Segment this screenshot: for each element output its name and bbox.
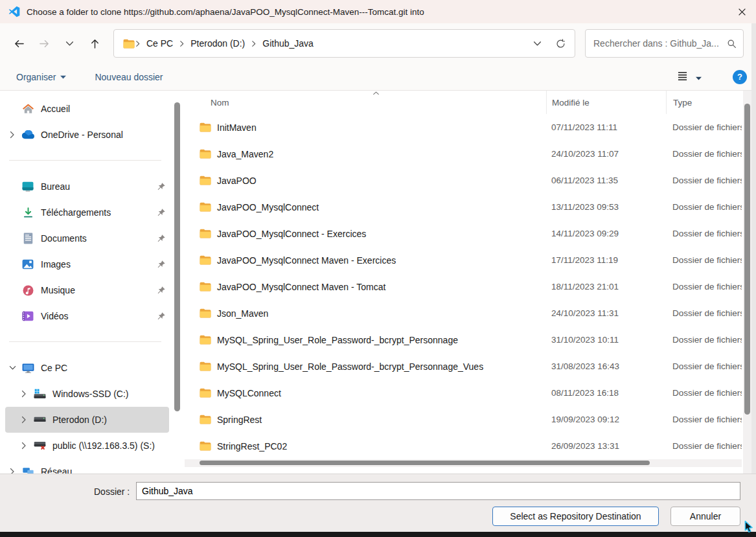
view-controls: ? xyxy=(677,70,747,84)
file-row-javapoo-mysqlconnect-maven-tomcat[interactable]: JavaPOO_MysqlConnect Maven - Tomcat 18/1… xyxy=(185,273,742,300)
search-input[interactable] xyxy=(593,38,727,49)
up-button[interactable] xyxy=(82,30,108,56)
breadcrumb-item-github-java[interactable]: Github_Java xyxy=(257,30,319,57)
sidebar-item-label: Réseau xyxy=(41,466,169,474)
folder-icon xyxy=(200,255,211,265)
mouse-cursor-icon xyxy=(744,520,753,534)
sidebar-item-pterodon-d[interactable]: Pterodon (D:) xyxy=(5,407,169,433)
pin-icon xyxy=(156,260,166,269)
view-caret-icon xyxy=(696,76,702,80)
help-button[interactable]: ? xyxy=(733,70,747,84)
pin-icon xyxy=(156,208,166,218)
chevron-right-icon[interactable] xyxy=(21,416,27,424)
drive-windows-icon xyxy=(34,389,46,400)
sort-ascending-icon xyxy=(372,91,380,95)
chevron-right-icon[interactable] xyxy=(21,390,27,398)
new-folder-button[interactable]: Nouveau dossier xyxy=(95,72,163,82)
organize-label: Organiser xyxy=(16,72,56,82)
file-row-javapoo-mysqlconnect-exercices[interactable]: JavaPOO_MysqlConnect - Exercices 14/11/2… xyxy=(185,220,742,247)
file-row-java-maven2[interactable]: Java_Maven2 24/10/2023 11:07Dossier de f… xyxy=(185,141,742,167)
address-dropdown-button[interactable] xyxy=(525,30,549,56)
select-repository-destination-button[interactable]: Select as Repository Destination xyxy=(492,507,659,526)
background-window-edge xyxy=(751,23,756,532)
breadcrumb-separator-icon xyxy=(179,40,184,47)
folder-icon xyxy=(200,415,211,424)
back-button[interactable] xyxy=(6,30,32,56)
file-row-mysql-spring-personnage[interactable]: MySQL_Spring_User_Role_Password-_bcrypt_… xyxy=(185,326,742,353)
file-row-javapoo-mysqlconnect[interactable]: JavaPOO_MysqlConnect 13/11/2023 09:53Dos… xyxy=(185,194,742,220)
sidebar-item-label: Téléchargements xyxy=(41,207,152,218)
address-dropdown-icon xyxy=(533,41,542,47)
breadcrumb-separator-icon xyxy=(251,40,256,47)
sidebar-item-onedrive[interactable]: OneDrive - Personal xyxy=(5,122,169,148)
file-row-springrest[interactable]: SpringRest 19/09/2023 09:12Dossier de fi… xyxy=(185,406,742,433)
sidebar-divider xyxy=(0,329,170,355)
file-row-json-maven[interactable]: Json_Maven 24/10/2023 11:31Dossier de fi… xyxy=(185,300,742,326)
home-icon xyxy=(22,104,34,115)
breadcrumb-item-pterodon[interactable]: Pterodon (D:) xyxy=(185,30,251,57)
sidebar-item-documents[interactable]: Documents xyxy=(5,225,169,251)
view-details-button[interactable] xyxy=(677,71,688,83)
recent-locations-button[interactable] xyxy=(57,30,82,56)
horizontal-scrollbar-thumb[interactable] xyxy=(200,461,650,465)
sidebar-item-bureau[interactable]: Bureau xyxy=(5,174,169,200)
breadcrumb-item-ce-pc[interactable]: Ce PC xyxy=(141,30,179,57)
sidebar-scrollbar[interactable] xyxy=(173,91,182,474)
chevron-down-icon[interactable] xyxy=(9,365,16,371)
chevron-right-icon[interactable] xyxy=(21,442,27,450)
onedrive-icon xyxy=(21,130,35,139)
column-header-nom[interactable]: Nom xyxy=(185,91,546,114)
forward-icon xyxy=(39,38,50,49)
sidebar-item-accueil[interactable]: Accueil xyxy=(5,96,169,122)
folder-icon xyxy=(200,388,211,398)
sidebar-divider xyxy=(0,148,170,174)
sidebar-item-videos[interactable]: Vidéos xyxy=(5,303,169,329)
sidebar-item-images[interactable]: Images xyxy=(5,251,169,277)
search-box[interactable] xyxy=(585,29,744,58)
chevron-right-icon[interactable] xyxy=(10,131,15,139)
vertical-scrollbar[interactable] xyxy=(743,91,751,474)
organize-button[interactable]: Organiser xyxy=(16,72,66,82)
file-row-javapoo[interactable]: JavaPOO 06/11/2023 11:35Dossier de fichi… xyxy=(185,167,742,194)
sidebar-item-telechargements[interactable]: Téléchargements xyxy=(5,200,169,225)
sidebar-item-label: Accueil xyxy=(41,104,169,114)
chevron-right-icon[interactable] xyxy=(10,468,15,474)
address-bar[interactable]: Ce PC Pterodon (D:) Github_Java xyxy=(113,29,575,58)
forward-button[interactable] xyxy=(32,30,57,56)
pictures-icon xyxy=(22,259,34,269)
pin-icon xyxy=(156,286,166,295)
sidebar-item-ce-pc[interactable]: Ce PC xyxy=(5,355,169,381)
sidebar-item-public-s[interactable]: public (\\192.168.3.5) (S:) xyxy=(5,433,169,459)
music-icon xyxy=(23,285,34,296)
up-icon xyxy=(89,38,100,49)
cancel-button[interactable]: Annuler xyxy=(670,507,740,526)
column-header-label: Type xyxy=(673,98,692,108)
folder-icon xyxy=(200,149,211,159)
file-row-stringrest-pc02[interactable]: StringRest_PC02 26/09/2023 13:31Dossier … xyxy=(185,433,742,459)
file-row-mysql-spring-personnage-vues[interactable]: MySQL_Spring_User_Role_Password-_bcrypt_… xyxy=(185,353,742,380)
sidebar-item-reseau[interactable]: Réseau xyxy=(5,459,169,474)
column-header-type[interactable]: Type xyxy=(666,91,742,114)
file-row-initmaven[interactable]: InitMaven 07/11/2023 11:11Dossier de fic… xyxy=(185,114,742,141)
sidebar-scrollbar-thumb[interactable] xyxy=(174,102,180,411)
sidebar-item-label: Ce PC xyxy=(41,363,169,373)
file-row-mysqlconnect[interactable]: MySQLConnect 08/11/2023 16:18Dossier de … xyxy=(185,380,742,406)
column-header-modifie-le[interactable]: Modifié le xyxy=(546,91,666,114)
horizontal-scrollbar[interactable] xyxy=(185,459,742,467)
vertical-scrollbar-thumb[interactable] xyxy=(744,104,750,415)
folder-icon xyxy=(200,335,211,345)
pin-icon xyxy=(156,312,166,321)
sidebar-item-musique[interactable]: Musique xyxy=(5,277,169,303)
folder-icon xyxy=(200,282,211,291)
view-dropdown-button[interactable] xyxy=(696,72,702,82)
refresh-button[interactable] xyxy=(549,30,572,56)
column-header-label: Nom xyxy=(211,98,229,108)
titlebar: Choose a folder to clone https://github.… xyxy=(0,0,756,23)
column-header-label: Modifié le xyxy=(552,98,590,108)
file-row-javapoo-mysqlconnect-maven-exercices[interactable]: JavaPOO_MysqlConnect Maven - Exercices 1… xyxy=(185,247,742,273)
window-title: Choose a folder to clone https://github.… xyxy=(27,7,727,17)
folder-field-label: Dossier : xyxy=(94,486,130,497)
sidebar-item-windows-ssd-c[interactable]: Windows-SSD (C:) xyxy=(5,381,169,407)
close-button[interactable] xyxy=(727,0,756,23)
folder-name-input[interactable] xyxy=(136,482,740,500)
